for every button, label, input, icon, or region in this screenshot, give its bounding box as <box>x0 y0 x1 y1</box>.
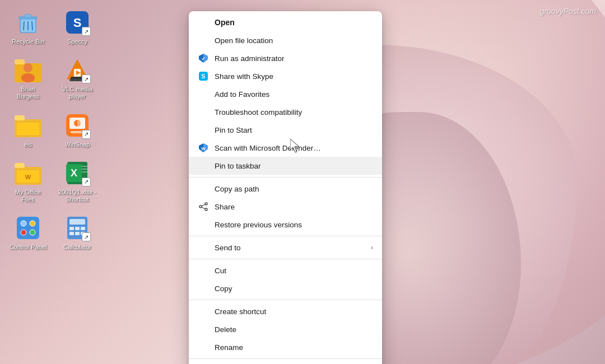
svg-point-37 <box>30 221 35 226</box>
separator-3 <box>189 259 382 259</box>
eis-folder-icon <box>15 112 41 139</box>
svg-point-58 <box>205 208 207 211</box>
separator-5 <box>189 358 382 359</box>
menu-item-send-to[interactable]: Send to › <box>189 239 382 256</box>
svg-point-56 <box>205 203 207 205</box>
svg-rect-45 <box>69 232 74 235</box>
svg-text:X: X <box>71 167 77 179</box>
menu-item-share[interactable]: Share <box>189 198 382 216</box>
menu-label-rename: Rename <box>215 343 373 352</box>
menu-item-share-skype[interactable]: S Share with Skype <box>189 67 382 85</box>
restore-versions-icon <box>198 219 209 230</box>
watermark: groovyPost.com <box>540 7 596 16</box>
add-favorites-icon <box>198 88 209 100</box>
menu-item-cut[interactable]: Cut <box>189 262 382 279</box>
svg-rect-9 <box>15 59 25 64</box>
pin-start-icon <box>198 124 209 136</box>
brian-burgess-icon <box>15 57 41 83</box>
menu-label-add-favorites: Add to Favorites <box>215 90 373 99</box>
control-panel-label: Control Panel <box>10 244 47 251</box>
menu-item-copy-path[interactable]: Copy as path <box>189 180 382 198</box>
desktop-icon-my-office-files[interactable]: W My Office Files <box>6 156 50 207</box>
shortcut-arrow-speccy: ↗ <box>82 27 91 36</box>
menu-item-open-file-location[interactable]: Open file location <box>189 31 382 49</box>
copy-path-icon <box>198 183 209 194</box>
menu-item-rename[interactable]: Rename <box>189 338 382 356</box>
menu-label-copy-path: Copy as path <box>215 185 373 193</box>
svg-rect-43 <box>75 227 80 230</box>
speccy-icon: S ↗ <box>64 9 91 36</box>
svg-rect-18 <box>15 115 25 120</box>
brian-burgess-label: Brian Burgess <box>9 86 47 100</box>
copy-icon <box>198 283 209 294</box>
winsnap-label: WinSnap <box>65 141 90 148</box>
my-office-files-icon: W <box>15 160 41 186</box>
speccy-label: Speccy <box>67 38 87 45</box>
menu-item-restore-versions[interactable]: Restore previous versions <box>189 216 382 234</box>
delete-icon <box>198 324 209 335</box>
svg-point-39 <box>30 230 35 235</box>
context-menu: Open Open file location ✓ Run as adminis… <box>189 11 382 364</box>
desktop-icon-brian-burgess[interactable]: Brian Burgess <box>6 53 50 104</box>
calculator-label: Calculator <box>63 244 91 251</box>
desktop-icon-control-panel[interactable]: Control Panel <box>6 211 50 254</box>
desktop-icon-recycle-bin[interactable]: Recycle Bin <box>6 6 50 49</box>
icon-row-3: W My Office Files X ↗ 2001Q1.xlsx - Shor… <box>6 156 100 207</box>
desktop-icon-winsnap[interactable]: ↗ WinSnap <box>55 109 100 152</box>
menu-item-open[interactable]: Open <box>189 13 382 31</box>
svg-point-36 <box>21 221 26 226</box>
menu-item-delete[interactable]: Delete <box>189 320 382 338</box>
svg-text:S: S <box>73 16 82 30</box>
icon-row-1: Brian Burgess ↗ VLC media player <box>6 53 100 104</box>
desktop-icon-excel-shortcut[interactable]: X ↗ 2001Q1.xlsx - Shortcut <box>55 156 100 207</box>
desktop-icon-speccy[interactable]: S ↗ Speccy <box>55 6 100 49</box>
vlc-label: VLC media player <box>58 86 96 100</box>
menu-item-properties[interactable]: Properties <box>189 361 382 364</box>
menu-item-pin-taskbar[interactable]: Pin to taskbar <box>189 157 382 175</box>
svg-rect-19 <box>17 123 39 135</box>
menu-item-run-as-admin[interactable]: ✓ Run as administrator <box>189 49 382 67</box>
vlc-icon: ↗ <box>64 57 91 83</box>
separator-1 <box>189 177 382 178</box>
excel-icon: X ↗ <box>64 160 91 186</box>
excel-label: 2001Q1.xlsx - Shortcut <box>58 189 96 203</box>
desktop-icon-vlc[interactable]: ↗ VLC media player <box>55 53 100 104</box>
svg-text:S: S <box>201 73 205 80</box>
recycle-bin-icon <box>15 9 41 36</box>
separator-2 <box>189 236 382 236</box>
menu-item-scan-defender[interactable]: W Scan with Microsoft Defender… <box>189 139 382 157</box>
menu-item-pin-start[interactable]: Pin to Start <box>189 121 382 139</box>
shortcut-arrow-vlc: ↗ <box>82 74 91 83</box>
create-shortcut-icon <box>198 306 209 317</box>
svg-rect-46 <box>75 232 80 235</box>
menu-item-create-shortcut[interactable]: Create shortcut <box>189 302 382 320</box>
menu-label-share-skype: Share with Skype <box>215 72 373 81</box>
pin-taskbar-icon <box>198 160 209 171</box>
desktop-icon-eis[interactable]: eis <box>6 109 50 152</box>
icon-row-4: Control Panel ↗ Calculator <box>6 211 100 254</box>
rename-icon <box>198 342 209 353</box>
desktop-icon-calculator[interactable]: ↗ Calculator <box>55 211 100 254</box>
desktop-icons-area: Recycle Bin S ↗ Speccy <box>6 6 100 254</box>
icon-row-0: Recycle Bin S ↗ Speccy <box>6 6 100 49</box>
scan-defender-icon: W <box>198 142 209 153</box>
icon-row-2: eis ↗ WinSnap <box>6 109 100 152</box>
menu-label-send-to: Send to <box>215 244 365 252</box>
recycle-bin-label: Recycle Bin <box>12 38 44 45</box>
menu-item-add-favorites[interactable]: Add to Favorites <box>189 85 382 103</box>
svg-rect-35 <box>17 217 39 239</box>
calculator-icon: ↗ <box>64 214 91 241</box>
svg-line-60 <box>202 207 205 209</box>
open-file-location-icon <box>198 35 209 46</box>
menu-label-pin-start: Pin to Start <box>215 126 373 134</box>
svg-line-3 <box>24 21 24 30</box>
menu-item-troubleshoot[interactable]: Troubleshoot compatibility <box>189 103 382 121</box>
menu-label-open-file-location: Open file location <box>215 36 373 45</box>
menu-label-delete: Delete <box>215 325 373 334</box>
svg-line-59 <box>202 204 205 206</box>
svg-line-5 <box>32 21 32 30</box>
svg-point-38 <box>21 230 26 235</box>
my-office-files-label: My Office Files <box>9 189 47 203</box>
menu-item-copy[interactable]: Copy <box>189 279 382 297</box>
svg-point-11 <box>21 73 35 82</box>
